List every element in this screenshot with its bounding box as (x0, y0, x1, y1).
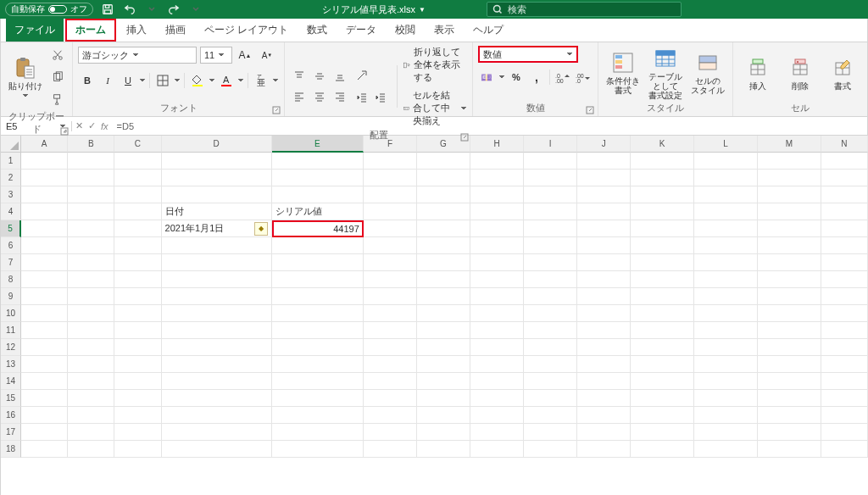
cell-F1[interactable] (364, 153, 417, 170)
cell-J8[interactable] (577, 271, 631, 288)
cell-G14[interactable] (417, 373, 470, 390)
tab-file[interactable]: ファイル (6, 19, 64, 42)
cell-L8[interactable] (694, 271, 758, 288)
accounting-dropdown[interactable] (498, 74, 505, 81)
cell-G7[interactable] (417, 254, 470, 271)
cell-F15[interactable] (364, 390, 417, 407)
cell-I12[interactable] (524, 339, 577, 356)
cell-K2[interactable] (631, 170, 694, 186)
cell-E10[interactable] (272, 305, 364, 322)
font-color-dropdown[interactable] (237, 77, 244, 84)
cell-H5[interactable] (470, 220, 524, 237)
cell-D11[interactable] (162, 322, 272, 339)
cell-H13[interactable] (470, 356, 524, 373)
cell-B8[interactable] (68, 271, 114, 288)
cell-I10[interactable] (524, 305, 577, 322)
cell-L1[interactable] (694, 153, 758, 170)
cell-N1[interactable] (821, 153, 868, 170)
cell-B7[interactable] (68, 254, 114, 271)
cell-D5[interactable]: 2021年1月1日 (162, 220, 272, 237)
cell-G1[interactable] (417, 153, 470, 170)
column-header[interactable]: B (68, 136, 114, 153)
column-header[interactable]: D (162, 136, 272, 153)
cell-E17[interactable] (272, 424, 364, 441)
cell-M8[interactable] (758, 271, 821, 288)
formula-input[interactable]: =D5 (112, 121, 867, 131)
dialog-launcher-icon[interactable] (460, 133, 469, 142)
column-header[interactable]: L (694, 136, 758, 153)
tab-view[interactable]: 表示 (426, 19, 463, 42)
cell-N17[interactable] (821, 424, 868, 441)
column-header[interactable]: K (631, 136, 694, 153)
cell-I16[interactable] (524, 407, 577, 424)
cell-J9[interactable] (577, 288, 631, 305)
cell-F12[interactable] (364, 339, 417, 356)
cell-G18[interactable] (417, 441, 470, 458)
cell-N8[interactable] (821, 271, 868, 288)
cell-G16[interactable] (417, 407, 470, 424)
cell-L17[interactable] (694, 424, 758, 441)
cell-L3[interactable] (694, 186, 758, 203)
cell-B17[interactable] (68, 424, 114, 441)
cell-D1[interactable] (162, 153, 272, 170)
cell-K4[interactable] (631, 203, 694, 220)
cell-F11[interactable] (364, 322, 417, 339)
cell-K18[interactable] (631, 441, 694, 458)
align-bottom-icon[interactable] (331, 67, 349, 86)
cell-K16[interactable] (631, 407, 694, 424)
tab-help[interactable]: ヘルプ (465, 19, 512, 42)
row-header[interactable]: 17 (1, 424, 21, 441)
fill-color-icon[interactable] (188, 71, 207, 90)
cell-G5[interactable] (417, 220, 470, 237)
cell-B18[interactable] (68, 441, 114, 458)
cell-J12[interactable] (577, 339, 631, 356)
phonetic-dropdown[interactable] (272, 77, 279, 84)
cell-N16[interactable] (821, 407, 868, 424)
cell-N3[interactable] (821, 186, 868, 203)
cell-F3[interactable] (364, 186, 417, 203)
cell-N5[interactable] (821, 220, 868, 237)
cell-G12[interactable] (417, 339, 470, 356)
cell-I3[interactable] (524, 186, 577, 203)
cell-J5[interactable] (577, 220, 631, 237)
cell-H11[interactable] (470, 322, 524, 339)
cell-C17[interactable] (114, 424, 161, 441)
orientation-icon[interactable] (353, 66, 371, 85)
cell-H6[interactable] (470, 237, 524, 254)
cell-B10[interactable] (68, 305, 114, 322)
cell-I1[interactable] (524, 153, 577, 170)
cell-D9[interactable] (162, 288, 272, 305)
font-size-combo[interactable]: 11 (200, 47, 232, 64)
row-header[interactable]: 10 (1, 305, 21, 322)
cell-C12[interactable] (114, 339, 161, 356)
cell-A17[interactable] (21, 424, 68, 441)
cell-E15[interactable] (272, 390, 364, 407)
cell-D4[interactable]: 日付 (162, 203, 272, 220)
cell-G3[interactable] (417, 186, 470, 203)
cell-A13[interactable] (21, 356, 68, 373)
cell-G4[interactable] (417, 203, 470, 220)
cell-F9[interactable] (364, 288, 417, 305)
cell-I14[interactable] (524, 373, 577, 390)
cell-L9[interactable] (694, 288, 758, 305)
row-header[interactable]: 13 (1, 356, 21, 373)
cell-B14[interactable] (68, 373, 114, 390)
align-right-icon[interactable] (331, 87, 349, 106)
cell-J13[interactable] (577, 356, 631, 373)
cell-M3[interactable] (758, 186, 821, 203)
delete-cells-button[interactable]: 削除 (781, 56, 820, 91)
cell-K7[interactable] (631, 254, 694, 271)
cell-N7[interactable] (821, 254, 868, 271)
row-header[interactable]: 7 (1, 254, 21, 271)
tab-insert[interactable]: 挿入 (118, 19, 155, 42)
cell-D10[interactable] (162, 305, 272, 322)
cell-L14[interactable] (694, 373, 758, 390)
tab-review[interactable]: 校閲 (387, 19, 424, 42)
cell-C16[interactable] (114, 407, 161, 424)
cell-K12[interactable] (631, 339, 694, 356)
cell-H4[interactable] (470, 203, 524, 220)
cell-N6[interactable] (821, 237, 868, 254)
decrease-font-icon[interactable]: A▼ (258, 46, 276, 64)
cell-D16[interactable] (162, 407, 272, 424)
borders-icon[interactable] (153, 71, 172, 90)
